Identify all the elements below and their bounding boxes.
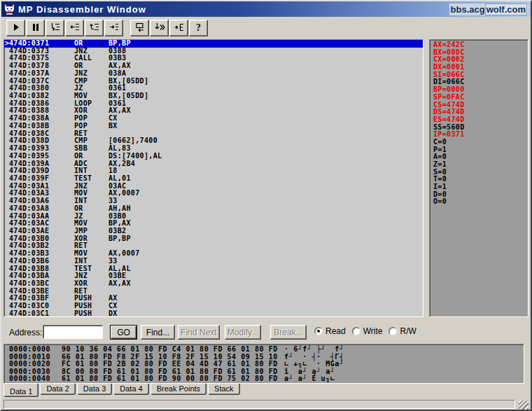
asm-cursor [4, 190, 9, 197]
disassembly-line[interactable]: 474D:0380JZ0361 [4, 85, 423, 92]
pause-icon [30, 22, 41, 35]
asm-address: 474D:03C1 [9, 310, 74, 317]
asm-cursor [4, 258, 9, 265]
asm-cursor [4, 85, 9, 92]
go-button[interactable]: GO [110, 325, 137, 340]
status-message-area [4, 400, 515, 409]
step-into-button[interactable] [46, 20, 64, 36]
help-button[interactable]: ? [189, 20, 208, 36]
asm-cursor [4, 235, 9, 243]
memory-panel[interactable]: 0000:000090 10 36 04 66 01 80 FD C4 01 8… [4, 344, 524, 384]
run-to-cursor-button[interactable] [104, 20, 123, 36]
asm-operands: 0361 [108, 100, 423, 108]
step-out-button[interactable] [85, 20, 104, 36]
disassembly-line[interactable]: 474D:038BPOPBX [4, 123, 423, 130]
step-over-button[interactable] [65, 20, 84, 36]
find-button[interactable]: Find... [141, 325, 175, 340]
disassembly-line[interactable]: 474D:038APOPCX [4, 115, 423, 123]
skip-button[interactable] [150, 20, 169, 36]
disassembly-line[interactable]: 474D:03BERET [4, 288, 423, 295]
disassembly-line[interactable]: 474D:0386LOOP0361 [4, 100, 423, 108]
asm-cursor [4, 295, 9, 302]
asm-operands: BP,AX [108, 220, 423, 228]
asm-cursor [4, 137, 9, 145]
radio-read[interactable]: Read [314, 326, 346, 336]
register-c: C=0 [433, 139, 528, 146]
radio-write[interactable]: Write [352, 326, 383, 336]
disassembly-line[interactable]: 474D:037AJNZ038A [4, 70, 423, 78]
memory-row[interactable]: 0000:000090 10 36 04 66 01 80 FD C4 01 8… [4, 346, 524, 354]
register-panel: AX=242CBX=008CCX=0002DX=0001SI=066CDI=06… [429, 39, 528, 317]
tab-stack[interactable]: Stack [208, 384, 240, 395]
disassembly-line[interactable]: 474D:03A6INT33 [4, 197, 423, 205]
disassembly-line[interactable]: 474D:039AADCAX,2B4 [4, 160, 423, 168]
disassembly-line[interactable]: 474D:03A3MOVAX,0007 [4, 190, 423, 197]
asm-operands: [0662],7400 [108, 137, 423, 145]
disassembly-line[interactable]: 474D:03B3MOVAX,0007 [4, 250, 423, 258]
asm-cursor [4, 213, 9, 221]
asm-operands: AX,AX [108, 280, 423, 288]
run-button[interactable] [6, 20, 25, 36]
disassembly-line[interactable]: 474D:0388XORAX,AX [4, 107, 423, 115]
app-cat-icon[interactable] [4, 4, 15, 15]
disassembler-window: MP Disassembler Window bbs.acgwolf.com ?… [0, 0, 532, 411]
asm-address: 474D:03B6 [9, 258, 74, 265]
disassembly-line[interactable]: 474D:03B2RET [4, 242, 423, 250]
disassembly-line[interactable]: 474D:03A8ORAH,AH [4, 205, 423, 213]
asm-cursor [4, 250, 9, 258]
disassembly-line[interactable]: 474D:03BCXORAX,AX [4, 280, 423, 288]
disassembly-line[interactable]: 474D:03AAJZ03B0 [4, 213, 423, 221]
tab-data-3[interactable]: Data 3 [77, 384, 112, 395]
address-input[interactable] [43, 325, 103, 339]
disassembly-line[interactable]: 474D:03C1PUSHDX [4, 310, 423, 317]
title-bar[interactable]: MP Disassembler Window bbs.acgwolf.com [1, 1, 531, 17]
disassembly-line[interactable]: 474D:03B6INT33 [4, 258, 423, 265]
disassembly-line[interactable]: 474D:037CCMPBX,[05DD] [4, 78, 423, 85]
disassembly-line[interactable]: 474D:0378ORAX,AX [4, 62, 423, 70]
memory-row[interactable]: 0000:004061 01 80 FD 61 01 80 FD 90 00 8… [4, 375, 524, 383]
address-label: Address: [9, 328, 42, 337]
break-button[interactable]: Break... [270, 325, 307, 340]
disassembly-line[interactable]: 474D:03BFPUSHAX [4, 295, 423, 302]
tab-data-4[interactable]: Data 4 [113, 384, 148, 395]
disassembly-listing[interactable]: >474D:0371ORBP,BP474D:0373JNZ0388474D:03… [4, 39, 424, 317]
disassembly-line[interactable]: 474D:03A1JNZ03AC [4, 183, 423, 190]
disassembly-line[interactable]: 474D:03B0XORBP,BP [4, 235, 423, 243]
disassembly-line[interactable]: 474D:03ACMOVBP,AX [4, 220, 423, 228]
disassembly-line[interactable]: 474D:039DINT18 [4, 167, 423, 175]
trace-button[interactable] [130, 20, 149, 36]
disassembly-line[interactable]: 474D:0393SBBAL,83 [4, 145, 423, 153]
disassembly-line[interactable]: 474D:038CRET [4, 130, 423, 138]
disassembly-line[interactable]: 474D:03B8TESTAL,AL [4, 265, 423, 273]
step-out-icon [89, 22, 100, 35]
register-es: ES=474D [433, 116, 528, 124]
tab-data-2[interactable]: Data 2 [40, 384, 75, 395]
modify-button[interactable]: Modify... [225, 325, 261, 340]
tab-break-points[interactable]: Break Points [150, 384, 206, 395]
disassembly-line[interactable]: >474D:0371ORBP,BP [4, 40, 423, 48]
pause-button[interactable] [26, 20, 45, 36]
asm-cursor [4, 153, 9, 160]
tab-data-1[interactable]: Data 1 [4, 384, 38, 397]
disassembly-line[interactable]: 474D:039FTESTAL,01 [4, 175, 423, 183]
disassembly-line[interactable]: 474D:0373JNZ0388 [4, 48, 423, 55]
register-d: D=0 [433, 191, 528, 199]
run-to-cursor-icon [108, 22, 120, 35]
radio-r-w[interactable]: R/W [388, 326, 416, 336]
asm-cursor [4, 220, 9, 228]
disassembly-line[interactable]: 474D:03C0PUSHCX [4, 302, 423, 310]
disassembly-line[interactable]: 474D:03BAJNZ03BE [4, 272, 423, 280]
asm-operands: CX [108, 302, 423, 310]
breakpoint-button[interactable] [169, 20, 188, 36]
disassembly-line[interactable]: 474D:038DCMP[0662],7400 [4, 137, 423, 145]
disassembly-line[interactable]: 474D:0382MOVBX,[05DD] [4, 92, 423, 100]
asm-operands: BP,BP [108, 40, 423, 48]
find-next-button[interactable]: Find Next [178, 325, 220, 340]
disassembly-line[interactable]: 474D:03AEJMP03B2 [4, 228, 423, 235]
asm-cursor: > [4, 40, 9, 48]
asm-cursor [4, 280, 9, 288]
disassembly-line[interactable]: 474D:0375CALL03B3 [4, 55, 423, 62]
resize-grip[interactable] [519, 400, 528, 410]
disassembly-line[interactable]: 474D:0395ORDS:[7400],AL [4, 153, 423, 160]
radio-circle-icon [388, 327, 397, 335]
